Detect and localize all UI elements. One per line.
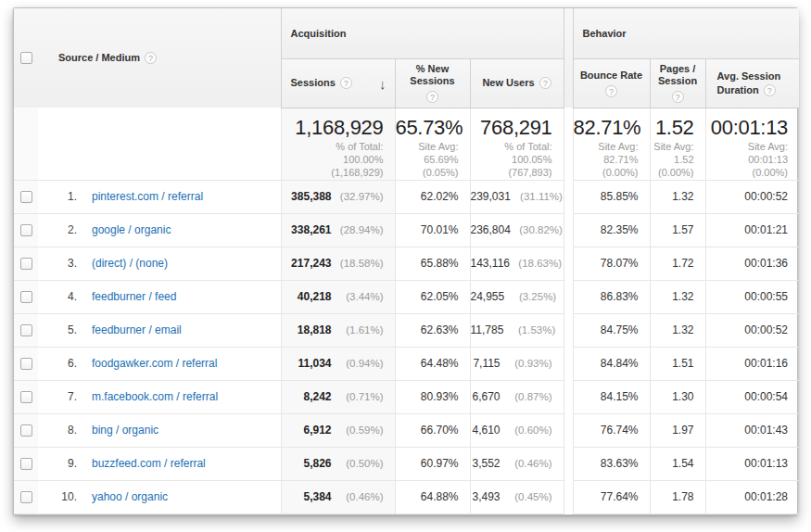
avg-session-duration-cell: 00:00:52: [705, 313, 799, 347]
pages-session-cell: 1.32: [650, 280, 705, 313]
column-header-pages-session[interactable]: Pages / Session ?: [650, 58, 705, 108]
group-gap: [564, 313, 573, 347]
group-gap: [564, 413, 573, 447]
pct-new-sessions-cell: 70.01%: [395, 213, 470, 247]
pct-new-sessions-cell: 60.97%: [395, 447, 470, 480]
pages-session-cell: 1.32: [650, 313, 705, 347]
pct-new-sessions-cell: 66.70%: [395, 413, 470, 447]
bounce-rate-cell: 84.84%: [573, 347, 650, 380]
bounce-rate-cell: 82.35%: [573, 213, 650, 247]
bounce-rate-cell: 76.74%: [573, 413, 650, 447]
group-gap: [564, 8, 573, 108]
avg-session-duration-cell: 00:01:36: [705, 247, 799, 280]
help-icon[interactable]: ?: [672, 91, 684, 103]
table-row: 5.feedburner / email 18,818(1.61%) 62.63…: [14, 313, 799, 347]
sessions-cell: 385,388(32.97%): [281, 180, 395, 213]
row-checkbox[interactable]: [20, 358, 32, 370]
row-checkbox[interactable]: [20, 258, 32, 270]
avg-session-duration-cell: 00:01:16: [705, 347, 799, 380]
help-icon[interactable]: ?: [764, 84, 776, 96]
source-medium-link[interactable]: google / organic: [92, 223, 171, 236]
help-icon[interactable]: ?: [605, 85, 617, 97]
sessions-cell: 40,218(3.44%): [281, 280, 395, 313]
help-icon[interactable]: ?: [426, 91, 438, 103]
table-row: 4.feedburner / feed 40,218(3.44%) 62.05%…: [14, 280, 799, 313]
source-medium-cell: 9.buzzfeed.com / referral: [38, 447, 281, 480]
column-header-bounce-rate[interactable]: Bounce Rate ?: [573, 58, 650, 108]
row-checkbox[interactable]: [20, 291, 32, 303]
help-icon[interactable]: ?: [539, 77, 551, 89]
summary-source-cell: [38, 108, 281, 180]
source-medium-link[interactable]: bing / organic: [92, 424, 158, 437]
row-checkbox[interactable]: [20, 424, 32, 437]
summary-new-users: 768,291 % of Total: 100.05% (767,893): [470, 108, 564, 180]
group-gap: [564, 213, 573, 247]
help-icon[interactable]: ?: [145, 52, 157, 64]
row-checkbox[interactable]: [20, 224, 32, 236]
group-gap: [564, 480, 573, 513]
source-medium-link[interactable]: yahoo / organic: [92, 490, 168, 503]
sessions-cell: 5,826(0.50%): [281, 447, 395, 480]
avg-session-duration-cell: 00:00:52: [705, 180, 799, 213]
row-checkbox[interactable]: [20, 191, 32, 203]
pages-session-cell: 1.32: [650, 180, 705, 213]
pages-session-cell: 1.57: [650, 213, 705, 247]
sessions-cell: 217,243(18.58%): [281, 247, 395, 280]
source-medium-link[interactable]: feedburner / email: [92, 323, 182, 336]
row-checkbox-cell: [14, 413, 38, 447]
sessions-cell: 6,912(0.59%): [281, 413, 395, 447]
bounce-rate-cell: 86.83%: [573, 280, 650, 313]
column-header-pct-new-sessions[interactable]: % New Sessions ?: [395, 58, 470, 108]
new-users-cell: 3,552(0.46%): [470, 447, 564, 480]
source-medium-cell: 1.pinterest.com / referral: [38, 180, 281, 213]
table-row: 6.foodgawker.com / referral 11,034(0.94%…: [14, 347, 799, 380]
new-users-cell: 4,610(0.60%): [470, 413, 564, 447]
column-header-avg-session-duration[interactable]: Avg. Session Duration?: [705, 58, 799, 108]
source-medium-cell: 10.yahoo / organic: [38, 480, 281, 513]
pct-new-sessions-cell: 65.88%: [395, 247, 470, 280]
row-checkbox[interactable]: [20, 458, 32, 470]
new-users-cell: 143,116(18.63%): [470, 247, 564, 280]
column-header-sessions[interactable]: Sessions? ↓: [281, 58, 395, 108]
row-index: 5.: [38, 323, 77, 336]
group-gap: [564, 108, 573, 180]
table-row: 3.(direct) / (none) 217,243(18.58%) 65.8…: [14, 247, 799, 280]
row-checkbox[interactable]: [20, 491, 32, 503]
row-index: 4.: [38, 290, 77, 303]
source-medium-link[interactable]: m.facebook.com / referral: [92, 390, 218, 403]
new-users-cell: 239,031(31.11%): [470, 180, 564, 213]
row-checkbox-cell: [14, 180, 38, 213]
row-index: 6.: [38, 357, 77, 370]
avg-session-duration-cell: 00:00:54: [705, 380, 799, 413]
column-header-new-users[interactable]: New Users?: [470, 58, 564, 108]
source-medium-link[interactable]: feedburner / feed: [92, 290, 176, 303]
new-users-cell: 11,785(1.53%): [470, 313, 564, 347]
avg-session-duration-cell: 00:01:13: [705, 447, 799, 480]
summary-sessions: 1,168,929 % of Total: 100.00% (1,168,929…: [281, 108, 395, 180]
row-checkbox-cell: [14, 213, 38, 247]
bounce-rate-cell: 78.07%: [573, 247, 650, 280]
pct-new-sessions-cell: 62.63%: [395, 313, 470, 347]
source-medium-link[interactable]: (direct) / (none): [92, 257, 168, 270]
source-medium-link[interactable]: buzzfeed.com / referral: [92, 457, 206, 470]
pct-new-sessions-cell: 64.88%: [395, 480, 470, 513]
row-checkbox-cell: [14, 313, 38, 347]
row-index: 8.: [38, 424, 77, 437]
bounce-rate-cell: 77.64%: [573, 480, 650, 513]
row-checkbox[interactable]: [20, 391, 32, 403]
source-medium-link[interactable]: foodgawker.com / referral: [92, 357, 217, 370]
source-medium-cell: 2.google / organic: [38, 213, 281, 247]
pages-session-cell: 1.72: [650, 247, 705, 280]
row-index: 9.: [38, 457, 77, 470]
sessions-cell: 11,034(0.94%): [281, 347, 395, 380]
column-header-source-medium[interactable]: Source / Medium?: [38, 8, 281, 108]
select-all-checkbox[interactable]: [20, 52, 32, 64]
row-checkbox-cell: [14, 280, 38, 313]
pct-new-sessions-cell: 64.48%: [395, 347, 470, 380]
row-checkbox[interactable]: [20, 324, 32, 336]
summary-row: 1,168,929 % of Total: 100.00% (1,168,929…: [14, 108, 799, 180]
source-medium-link[interactable]: pinterest.com / referral: [92, 190, 203, 203]
sort-descending-icon[interactable]: ↓: [379, 75, 386, 91]
help-icon[interactable]: ?: [340, 77, 352, 89]
table-row: 7.m.facebook.com / referral 8,242(0.71%)…: [14, 380, 799, 413]
